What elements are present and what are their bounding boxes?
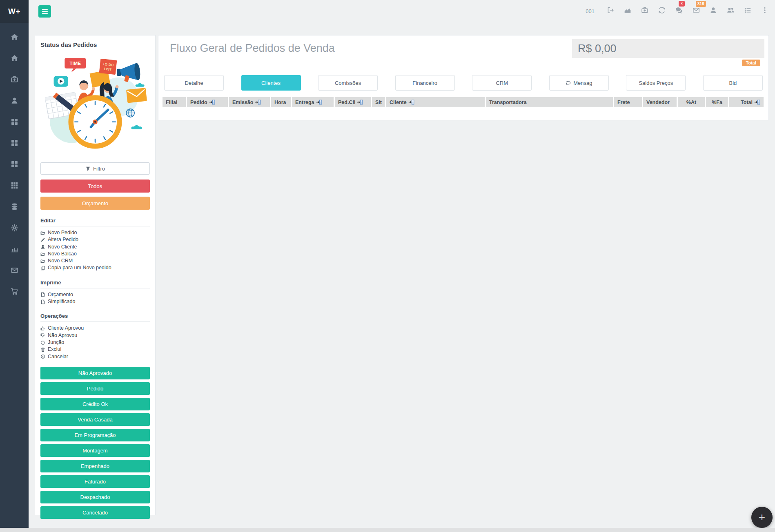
link-icon	[255, 100, 261, 105]
app-sidebar: W+	[0, 0, 29, 528]
action-cancelar[interactable]: Cancelar	[40, 353, 150, 360]
topbar-user-button[interactable]	[710, 7, 717, 16]
column-header-vendedor[interactable]: Vendedor	[643, 97, 677, 107]
action-exclui[interactable]: Exclui	[40, 346, 150, 353]
link-icon	[754, 100, 760, 105]
column-header-ped-cli[interactable]: Ped.Cli	[335, 97, 371, 107]
file-pdf-icon	[40, 299, 45, 304]
topbar-users-button[interactable]	[727, 7, 734, 16]
status-button-venda-casada[interactable]: Venda Casada	[40, 413, 150, 426]
column-header-transportadora[interactable]: Transportadora	[486, 97, 613, 107]
file-pdf-icon	[40, 292, 45, 297]
user-code: 001	[586, 8, 595, 14]
sidebar-item-th-large-5[interactable]	[0, 132, 29, 153]
home-icon	[11, 54, 18, 62]
column-label: Transportadora	[489, 100, 527, 105]
column-header-frete[interactable]: Frete	[614, 97, 642, 107]
sidebar-item-home-1[interactable]	[0, 47, 29, 69]
app-logo[interactable]: W+	[0, 0, 29, 23]
status-button-despachado[interactable]: Despachado	[40, 491, 150, 503]
topbar-refresh-button[interactable]	[658, 7, 666, 16]
filter-button[interactable]: Filtro	[40, 162, 150, 175]
column-header-filial[interactable]: Filial	[163, 97, 186, 107]
column-header-fa[interactable]: %Fa	[706, 97, 728, 107]
column-header-entrega[interactable]: Entrega	[292, 97, 334, 107]
sidebar-toggle-button[interactable]	[38, 5, 51, 18]
sidebar-item-medkit-2[interactable]	[0, 69, 29, 90]
status-panel: Status das Pedidos TIME TO DO LIST	[35, 35, 156, 515]
sidebar-item-th-large-4[interactable]	[0, 111, 29, 132]
action-orcamento[interactable]: Orçamento	[40, 291, 150, 298]
topbar-list-button[interactable]	[744, 7, 751, 16]
column-header-sit[interactable]: Sit	[372, 97, 385, 107]
topbar-medkit-button[interactable]	[641, 7, 648, 16]
tab-financeiro[interactable]: Financeiro	[395, 75, 455, 91]
action-nao-aprovou[interactable]: Não Aprovou	[40, 332, 150, 339]
status-button-montagem[interactable]: Montagem	[40, 444, 150, 457]
status-button-nao-aprovado[interactable]: Não Aprovado	[40, 367, 150, 379]
action-novo-pedido[interactable]: Novo Pedido	[40, 229, 150, 236]
sidebar-item-bar-chart-10[interactable]	[0, 238, 29, 259]
action-simplificado[interactable]: Simplificado	[40, 298, 150, 305]
topbar-comments-button[interactable]: x	[675, 7, 683, 16]
action-juncao[interactable]: Junção	[40, 339, 150, 346]
action-novo-balcao[interactable]: Novo Balcão	[40, 250, 150, 257]
sidebar-item-home-0[interactable]	[0, 26, 29, 47]
topbar-area-chart-button[interactable]	[624, 7, 631, 16]
action-cliente-aprovou[interactable]: Cliente Aprovou	[40, 325, 150, 332]
topbar-sign-out-button[interactable]	[607, 7, 614, 16]
tab-saldos-precos[interactable]: Saldos Preços	[626, 75, 686, 91]
action-label: Cancelar	[48, 353, 68, 360]
column-header-emissao[interactable]: Emissão	[229, 97, 270, 107]
link-icon	[209, 100, 215, 105]
database-icon	[11, 203, 18, 211]
th-icon	[11, 182, 18, 189]
status-button-cancelado[interactable]: Cancelado	[40, 506, 150, 519]
sidebar-item-th-large-6[interactable]	[0, 153, 29, 175]
tab-crm[interactable]: CRM	[472, 75, 532, 91]
column-label: Vendedor	[646, 100, 670, 105]
comments-icon	[675, 7, 683, 14]
action-copia-para-um-novo-pedido[interactable]: Copia para um Novo pedido	[40, 264, 150, 271]
tab-clientes[interactable]: Clientes	[241, 75, 301, 91]
column-header-hora[interactable]: Hora	[271, 97, 291, 107]
column-header-pedido[interactable]: Pedido	[187, 97, 228, 107]
sidebar-item-database-8[interactable]	[0, 196, 29, 217]
status-button-faturado[interactable]: Faturado	[40, 475, 150, 488]
tab-bid[interactable]: Bid	[703, 75, 763, 91]
sidebar-item-cart-12[interactable]	[0, 281, 29, 302]
copy-icon	[40, 266, 45, 270]
tab-detalhe[interactable]: Detalhe	[164, 75, 224, 91]
action-label: Novo Pedido	[48, 229, 77, 236]
tab-mensag[interactable]: Mensag	[549, 75, 609, 91]
column-header-cliente[interactable]: Cliente	[386, 97, 485, 107]
todos-button[interactable]: Todos	[40, 180, 150, 193]
status-button-em-programacao[interactable]: Em Programação	[40, 429, 150, 441]
column-label: Cliente	[390, 100, 407, 105]
topbar-ellipsis-button[interactable]	[761, 7, 768, 16]
action-novo-crm[interactable]: Novo CRM	[40, 257, 150, 264]
svg-text:LIST: LIST	[104, 67, 112, 72]
action-altera-pedido[interactable]: Altera Pedido	[40, 236, 150, 243]
topbar-envelope-button[interactable]: 318	[693, 7, 700, 16]
status-button-pedido[interactable]: Pedido	[40, 382, 150, 395]
action-label: Novo Balcão	[48, 250, 77, 257]
column-header-at[interactable]: %At	[678, 97, 705, 107]
tab-label: Saldos Preços	[639, 80, 673, 86]
orders-table-header: FilialPedidoEmissãoHoraEntregaPed.CliSit…	[163, 97, 764, 107]
status-button-credito-ok[interactable]: Crédito Ok	[40, 398, 150, 410]
status-button-empenhado[interactable]: Empenhado	[40, 460, 150, 472]
fab-add-button[interactable]: +	[751, 507, 773, 528]
bar-chart-icon	[11, 245, 18, 253]
action-novo-cliente[interactable]: Novo Cliente	[40, 244, 150, 250]
action-label: Copia para um Novo pedido	[48, 264, 111, 271]
horizontal-scrollbar[interactable]	[0, 528, 775, 532]
sidebar-item-gear-9[interactable]	[0, 217, 29, 238]
column-header-total[interactable]: Total	[729, 97, 764, 107]
tab-comissoes[interactable]: Comissões	[318, 75, 378, 91]
sidebar-item-th-7[interactable]	[0, 175, 29, 196]
action-label: Junção	[48, 339, 64, 346]
sidebar-item-user-3[interactable]	[0, 90, 29, 111]
sidebar-item-envelope-11[interactable]	[0, 259, 29, 281]
orcamento-button[interactable]: Orçamento	[40, 197, 150, 210]
